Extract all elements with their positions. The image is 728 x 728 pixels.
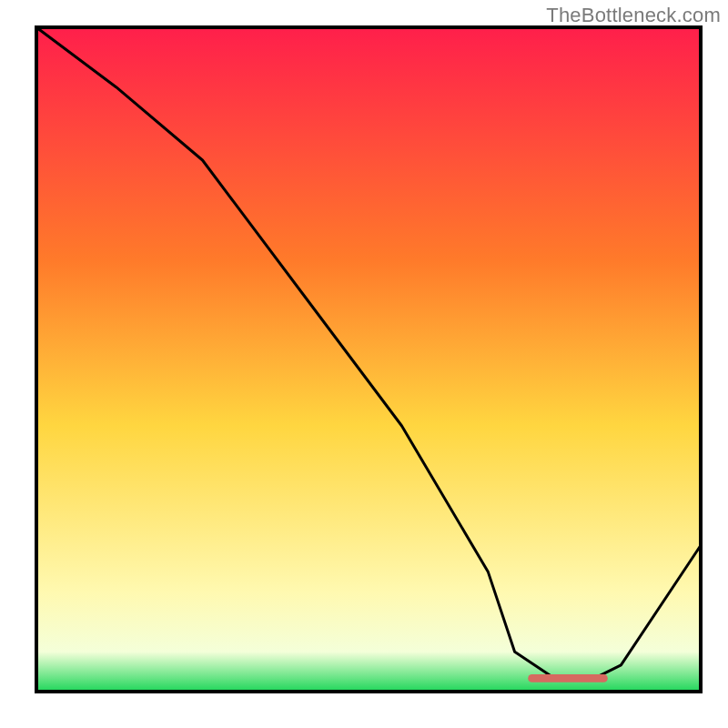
- bottleneck-chart: [0, 0, 728, 728]
- optimal-range-marker: [528, 674, 608, 682]
- chart-stage: TheBottleneck.com: [0, 0, 728, 728]
- plot-background: [36, 27, 701, 692]
